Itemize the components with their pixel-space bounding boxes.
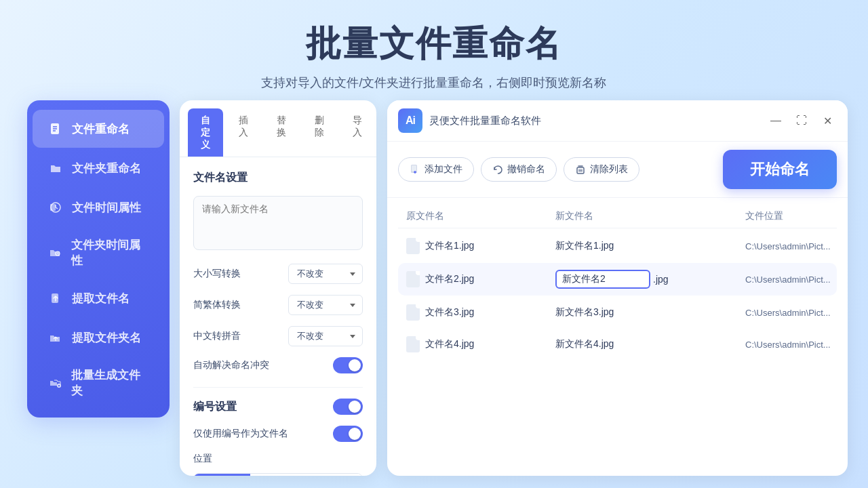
- table-row: 文件名2.jpg .jpg C:\Users\admin\Pict...: [398, 263, 837, 296]
- main-panel: 自定义 插入 替换 删除 导入 文件名设置 大小写转换 不改变 简繁体转换 不改: [180, 100, 848, 476]
- case-row: 大小写转换 不改变: [193, 264, 363, 284]
- tab-import[interactable]: 导入: [340, 108, 375, 157]
- minimize-button[interactable]: —: [766, 111, 785, 130]
- conflict-row: 自动解决命名冲突: [193, 357, 363, 373]
- position-row: 位置: [193, 453, 363, 465]
- path-4: C:\Users\admin\Pict...: [745, 340, 848, 350]
- sidebar-label-extract-filename: 提取文件名: [72, 291, 130, 306]
- clear-list-button[interactable]: 清除列表: [564, 157, 639, 182]
- numbering-toggle[interactable]: [333, 399, 363, 415]
- page-title: 批量文件重命名: [0, 20, 868, 68]
- svg-rect-16: [412, 165, 416, 171]
- sidebar-item-batch-folder[interactable]: 批量生成文件夹: [33, 358, 164, 408]
- filename-input[interactable]: [193, 196, 363, 250]
- new-name-3: 新文件名3.jpg: [555, 306, 745, 319]
- trad-select[interactable]: 不改变: [288, 295, 363, 315]
- pinyin-select[interactable]: 不改变: [288, 326, 363, 346]
- only-numbering-toggle-knob: [349, 428, 361, 440]
- position-btn-start[interactable]: 开头: [194, 474, 250, 476]
- file-cell-4: 文件名4.jpg: [406, 336, 555, 352]
- new-name-1: 新文件名1.jpg: [555, 240, 745, 252]
- window-titlebar: Ai 灵便文件批量重命名软件 — ⛶ ✕: [387, 100, 848, 142]
- extract-foldername-icon: [46, 328, 65, 347]
- position-btn-custom[interactable]: 自定义: [306, 474, 362, 476]
- col-original: 原文件名: [406, 210, 555, 222]
- file-rename-icon: [46, 119, 65, 138]
- position-btn-end[interactable]: 末尾: [250, 474, 307, 476]
- trad-chevron-icon: [350, 304, 355, 307]
- case-value: 不改变: [297, 268, 323, 280]
- filename-section-title: 文件名设置: [193, 171, 363, 185]
- sidebar-item-folder-rename[interactable]: 文件夹重命名: [33, 149, 164, 187]
- path-2: C:\Users\admin\Pict...: [745, 274, 831, 285]
- sidebar-label-folder-rename: 文件夹重命名: [72, 161, 141, 176]
- file-icon-3: [406, 304, 420, 321]
- pinyin-value: 不改变: [297, 330, 323, 342]
- tab-replace[interactable]: 替换: [264, 108, 299, 157]
- file-icon-4: [406, 336, 420, 352]
- tab-custom[interactable]: 自定义: [188, 108, 223, 157]
- tab-bar: 自定义 插入 替换 删除 导入: [180, 100, 376, 157]
- file-cell-2: 文件名2.jpg: [406, 271, 555, 287]
- numbering-toggle-knob: [349, 401, 361, 413]
- svg-line-10: [58, 253, 58, 254]
- trad-value: 不改变: [297, 299, 323, 311]
- table-header: 原文件名 新文件名 文件位置 状态: [398, 205, 837, 228]
- sidebar-item-folder-time[interactable]: 文件夹时间属性: [33, 228, 164, 278]
- position-label: 位置: [193, 453, 212, 465]
- settings-panel: 自定义 插入 替换 删除 导入 文件名设置 大小写转换 不改变 简繁体转换 不改: [180, 100, 376, 476]
- tab-insert[interactable]: 插入: [226, 108, 261, 157]
- inline-edit-input[interactable]: [555, 270, 650, 289]
- only-numbering-toggle[interactable]: [333, 426, 363, 442]
- edit-input-wrap: .jpg: [555, 270, 745, 289]
- file-time-icon: [46, 198, 65, 217]
- numbering-section: 编号设置 仅使用编号作为文件名 位置 开头: [193, 387, 363, 476]
- original-name-2: 文件名2.jpg: [425, 273, 474, 285]
- numbering-title-row: 编号设置: [193, 399, 363, 415]
- path-3: C:\Users\admin\Pict...: [745, 308, 848, 318]
- table-row: 文件名4.jpg 新文件名4.jpg C:\Users\admin\Pict..…: [398, 329, 837, 359]
- sidebar-label-folder-time: 文件夹时间属性: [71, 237, 151, 268]
- maximize-button[interactable]: ⛶: [792, 111, 811, 130]
- undo-rename-button[interactable]: 撤销命名: [481, 157, 557, 182]
- close-button[interactable]: ✕: [818, 111, 837, 130]
- start-rename-button[interactable]: 开始命名: [723, 150, 837, 189]
- sidebar: 文件重命名 文件夹重命名 文件时间属性: [27, 100, 170, 418]
- add-file-button[interactable]: 添加文件: [398, 157, 474, 182]
- window-controls: — ⛶ ✕: [766, 111, 837, 130]
- case-label: 大小写转换: [193, 268, 241, 280]
- sidebar-label-extract-foldername: 提取文件夹名: [72, 330, 141, 346]
- tab-delete[interactable]: 删除: [302, 108, 337, 157]
- file-cell-1: 文件名1.jpg: [406, 238, 555, 254]
- settings-content: 文件名设置 大小写转换 不改变 简繁体转换 不改变 中文转拼音: [180, 157, 376, 476]
- svg-line-6: [56, 207, 58, 209]
- case-chevron-icon: [350, 272, 355, 276]
- conflict-toggle[interactable]: [333, 357, 363, 373]
- original-name-3: 文件名3.jpg: [425, 306, 474, 319]
- batch-folder-icon: [46, 373, 64, 392]
- path-1: C:\Users\admin\Pict...: [745, 241, 848, 251]
- sidebar-label-file-rename: 文件重命名: [72, 121, 130, 137]
- original-name-4: 文件名4.jpg: [425, 338, 474, 350]
- sidebar-item-extract-filename[interactable]: 提取文件名: [33, 279, 164, 317]
- page-subtitle: 支持对导入的文件/文件夹进行批量重命名，右侧即时预览新名称: [0, 75, 868, 91]
- case-select[interactable]: 不改变: [288, 264, 363, 284]
- file-cell-3: 文件名3.jpg: [406, 304, 555, 321]
- sidebar-item-file-time[interactable]: 文件时间属性: [33, 188, 164, 226]
- sidebar-item-extract-foldername[interactable]: 提取文件夹名: [33, 319, 164, 357]
- file-icon-1: [406, 238, 420, 254]
- window-title: 灵便文件批量重命名软件: [429, 115, 760, 127]
- file-table: 原文件名 新文件名 文件位置 状态 文件名1.jpg 新文件名1.jpg C:\…: [387, 198, 848, 476]
- col-new-name: 新文件名: [555, 210, 745, 222]
- col-path: 文件位置: [745, 210, 848, 222]
- sidebar-item-file-rename[interactable]: 文件重命名: [33, 110, 164, 148]
- app-window: Ai 灵便文件批量重命名软件 — ⛶ ✕ 添加文件: [387, 100, 848, 476]
- sidebar-label-file-time: 文件时间属性: [72, 200, 141, 216]
- pinyin-row: 中文转拼音 不改变: [193, 326, 363, 346]
- sidebar-label-batch-folder: 批量生成文件夹: [71, 367, 151, 399]
- position-buttons: 开头 末尾 自定义: [193, 473, 363, 476]
- header: 批量文件重命名 支持对导入的文件/文件夹进行批量重命名，右侧即时预览新名称: [0, 0, 868, 104]
- conflict-label: 自动解决命名冲突: [193, 359, 269, 371]
- clear-icon: [575, 164, 586, 175]
- undo-rename-label: 撤销命名: [507, 163, 545, 176]
